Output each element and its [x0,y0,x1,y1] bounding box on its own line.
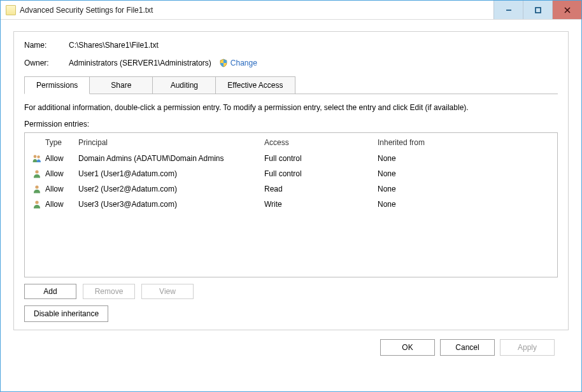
content: Name: C:\Shares\Share1\File1.txt Owner: … [1,20,581,361]
ok-button[interactable]: OK [380,339,435,356]
table-row[interactable]: AllowUser2 (User2@Adatum.com)ReadNone [25,181,557,197]
tab-share[interactable]: Share [89,76,153,94]
cell-access: Read [264,185,378,193]
cell-access: Write [264,200,378,209]
col-inherited[interactable]: Inherited from [378,138,553,147]
tab-permissions[interactable]: Permissions [24,76,90,94]
cell-principal: User2 (User2@Adatum.com) [78,185,264,193]
minimize-button[interactable] [493,1,523,19]
view-button: View [141,284,194,299]
cell-access: Full control [264,169,378,178]
shield-icon [219,59,228,67]
cell-inherited: None [378,200,553,209]
hint-text: For additional information, double-click… [24,103,558,112]
table-row[interactable]: AllowUser3 (User3@Adatum.com)WriteNone [25,197,557,212]
svg-point-7 [35,185,38,188]
name-value: C:\Shares\Share1\File1.txt [69,41,159,50]
user-icon [32,199,42,209]
col-type[interactable]: Type [45,138,78,147]
col-principal[interactable]: Principal [78,138,264,147]
cell-inherited: None [378,154,553,163]
maximize-button[interactable] [523,1,552,19]
group-icon [32,153,42,164]
cell-type: Allow [45,185,78,193]
cell-inherited: None [378,169,553,178]
user-icon [32,184,42,194]
cell-type: Allow [45,169,78,178]
disable-inheritance-button[interactable]: Disable inheritance [24,305,108,322]
svg-point-6 [35,170,38,173]
col-access[interactable]: Access [264,138,378,147]
entries-label: Permission entries: [24,120,558,129]
entry-buttons: Add Remove View [24,284,558,299]
owner-row: Owner: Administrators (SERVER1\Administr… [24,59,558,67]
cancel-button[interactable]: Cancel [440,339,495,356]
name-row: Name: C:\Shares\Share1\File1.txt [24,41,558,50]
add-button[interactable]: Add [24,284,76,299]
folder-icon [6,5,16,15]
cell-principal: User3 (User3@Adatum.com) [78,200,264,209]
svg-rect-1 [536,8,541,13]
titlebar: Advanced Security Settings for File1.txt [1,1,581,20]
apply-button: Apply [500,339,555,356]
svg-point-5 [37,155,39,158]
name-label: Name: [24,41,69,50]
tab-effective-access[interactable]: Effective Access [215,76,295,94]
cell-type: Allow [45,154,78,163]
user-icon [32,169,42,179]
remove-button: Remove [83,284,135,299]
cell-access: Full control [264,154,378,163]
svg-point-8 [35,200,38,204]
list-header: Type Principal Access Inherited from [25,133,557,151]
table-row[interactable]: AllowUser1 (User1@Adatum.com)Full contro… [25,166,557,181]
permission-list[interactable]: Type Principal Access Inherited from All… [24,132,558,277]
cell-principal: Domain Admins (ADATUM\Domain Admins [78,154,264,163]
svg-point-4 [34,155,37,158]
window-title: Advanced Security Settings for File1.txt [20,6,493,15]
change-owner-link[interactable]: Change [231,59,257,67]
dialog-footer: OK Cancel Apply [13,330,569,356]
cell-principal: User1 (User1@Adatum.com) [78,169,264,178]
close-button[interactable] [552,1,581,19]
window-buttons [493,1,581,19]
main-panel: Name: C:\Shares\Share1\File1.txt Owner: … [13,31,569,330]
tabs: Permissions Share Auditing Effective Acc… [24,76,558,94]
tab-auditing[interactable]: Auditing [152,76,216,94]
cell-inherited: None [378,185,553,193]
table-row[interactable]: AllowDomain Admins (ADATUM\Domain Admins… [25,151,557,166]
owner-label: Owner: [24,59,69,67]
cell-type: Allow [45,200,78,209]
owner-value: Administrators (SERVER1\Administrators) [69,59,211,67]
